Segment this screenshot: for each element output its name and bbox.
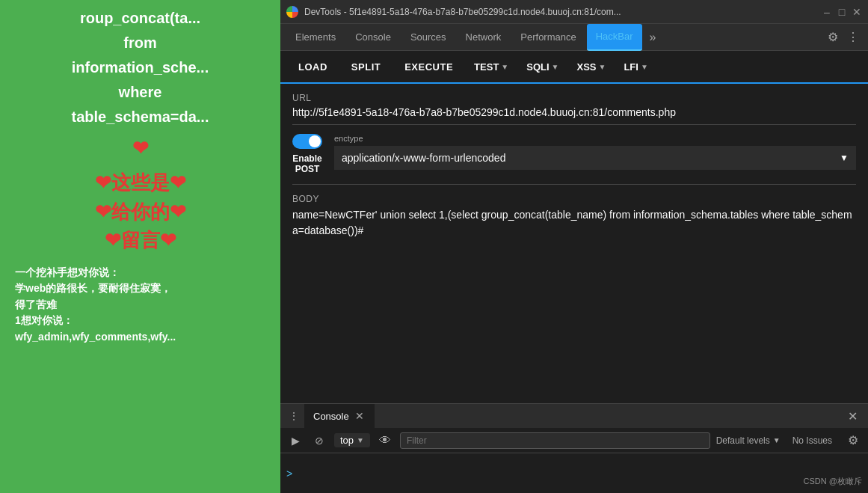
sql-text-1: roup_concat(ta... [11, 7, 269, 28]
body-label: Body [292, 194, 856, 204]
hackbar-main: URL http://5f1e4891-5a18-476a-b7a8-b7be0… [280, 84, 868, 403]
enctype-select-wrapper: application/x-www-form-urlencoded multip… [334, 146, 856, 170]
enctype-label: enctype [334, 134, 856, 143]
url-value[interactable]: http://5f1e4891-5a18-476a-b7a8-b7be05299… [292, 106, 856, 125]
xss-button[interactable]: XSS ▼ [569, 57, 613, 77]
top-arrow-icon: ▼ [357, 436, 364, 444]
tab-elements[interactable]: Elements [286, 24, 345, 51]
sqli-arrow-icon: ▼ [552, 63, 559, 71]
bottom-text-4: 1想对你说： [15, 313, 265, 328]
console-section: ⋮ Console ✕ ✕ ▶ ⊘ top ▼ 👁 Default levels… [280, 403, 868, 493]
console-tab-label: Console [313, 411, 349, 422]
post-label: POST [292, 164, 321, 174]
console-menu-icon[interactable]: ⋮ [286, 408, 301, 423]
hackbar-toolbar: LOAD SPLIT EXECUTE TEST ▼ SQLI ▼ XSS ▼ L… [280, 51, 868, 84]
console-close-button[interactable]: ✕ [843, 409, 862, 423]
console-tab[interactable]: Console ✕ [304, 404, 375, 428]
webpage-panel: roup_concat(ta... from information_sche.… [0, 0, 280, 493]
body-field-group: Body name=NewCTFer' union select 1,(sele… [292, 194, 856, 239]
maximize-button[interactable]: □ [837, 7, 847, 17]
console-content: > [280, 453, 868, 493]
more-tabs-button[interactable]: » [644, 31, 662, 44]
tab-performance[interactable]: Performance [511, 24, 585, 51]
minimize-button[interactable]: – [822, 7, 832, 17]
csdn-watermark: CSDN @枚瞰斥 [804, 476, 862, 487]
bottom-text-3: 得了苦难 [15, 298, 265, 313]
console-prompt[interactable]: > [286, 468, 292, 480]
top-dropdown[interactable]: top ▼ [334, 433, 370, 447]
title-bar-controls: – □ ✕ [822, 7, 862, 17]
bottom-text: 一个挖补手想对你说： 学web的路很长，要耐得住寂寞， 得了苦难 1想对你说： … [11, 266, 269, 345]
url-field-group: URL http://5f1e4891-5a18-476a-b7a8-b7be0… [292, 93, 856, 125]
default-levels-dropdown[interactable]: Default levels ▼ [716, 435, 781, 446]
tab-network[interactable]: Network [457, 24, 511, 51]
split-button[interactable]: SPLIT [341, 57, 391, 77]
tab-hackbar[interactable]: HackBar [587, 24, 642, 51]
hearts-label-1: ❤这些是❤ [11, 169, 269, 196]
console-tab-close-icon[interactable]: ✕ [354, 410, 366, 422]
devtools-kebab-icon[interactable]: ⋮ [844, 30, 862, 44]
bottom-text-5: wfy_admin,wfy_comments,wfy... [15, 330, 265, 345]
test-button[interactable]: TEST ▼ [467, 57, 516, 77]
enable-post-toggle-group: Enable POST [292, 134, 322, 175]
eye-icon[interactable]: 👁 [376, 432, 394, 450]
load-button[interactable]: LOAD [288, 57, 338, 77]
hearts-section: ❤ [11, 135, 269, 162]
title-bar-text: DevTools - 5f1e4891-5a18-476a-b7a8-b7be0… [304, 7, 816, 17]
webpage-content: roup_concat(ta... from information_sche.… [0, 0, 280, 354]
devtools-settings-icon[interactable]: ⚙ [823, 30, 843, 44]
execute-button[interactable]: EXECUTE [394, 57, 464, 77]
sql-text-3: information_sche... [11, 57, 269, 78]
body-value[interactable]: name=NewCTFer' union select 1,(select gr… [292, 207, 856, 239]
title-bar: DevTools - 5f1e4891-5a18-476a-b7a8-b7be0… [280, 0, 868, 24]
enable-post-row: Enable POST enctype application/x-www-fo… [292, 134, 856, 185]
xss-arrow-icon: ▼ [599, 63, 606, 71]
bottom-text-2: 学web的路很长，要耐得住寂寞， [15, 281, 265, 296]
hearts-label-3: ❤留言❤ [11, 227, 269, 254]
hearts-label-2: ❤给你的❤ [11, 198, 269, 225]
url-label: URL [292, 93, 856, 103]
console-settings-icon[interactable]: ⚙ [844, 432, 862, 450]
sql-text-2: from [11, 32, 269, 53]
default-levels-arrow-icon: ▼ [773, 436, 781, 444]
lfi-button[interactable]: LFI ▼ [616, 57, 655, 77]
console-execute-icon[interactable]: ▶ [286, 432, 304, 450]
sql-text-4: where [11, 82, 269, 102]
enctype-group: enctype application/x-www-form-urlencode… [334, 134, 856, 170]
close-button[interactable]: ✕ [852, 7, 862, 17]
no-issues-button[interactable]: No Issues [787, 434, 838, 447]
console-block-icon[interactable]: ⊘ [310, 432, 328, 450]
filter-input[interactable] [400, 432, 710, 449]
devtools-tabs-bar: Elements Console Sources Network Perform… [280, 24, 868, 51]
console-toolbar: ▶ ⊘ top ▼ 👁 Default levels ▼ No Issues ⚙ [280, 428, 868, 453]
enctype-select[interactable]: application/x-www-form-urlencoded multip… [334, 146, 856, 170]
devtools-panel: DevTools - 5f1e4891-5a18-476a-b7a8-b7be0… [280, 0, 868, 493]
lfi-arrow-icon: ▼ [641, 63, 648, 71]
top-label: top [340, 435, 354, 446]
enable-label: Enable [292, 153, 321, 164]
sqli-button[interactable]: SQLI ▼ [519, 57, 566, 77]
test-arrow-icon: ▼ [501, 63, 508, 71]
heart-single: ❤ [11, 135, 269, 162]
enable-post-toggle[interactable] [292, 134, 322, 149]
bottom-text-1: 一个挖补手想对你说： [15, 266, 265, 281]
sql-text-5: table_schema=da... [11, 106, 269, 127]
tab-sources[interactable]: Sources [401, 24, 455, 51]
console-tab-bar: ⋮ Console ✕ ✕ [280, 404, 868, 428]
tab-console[interactable]: Console [346, 24, 400, 51]
chrome-icon [286, 6, 298, 18]
default-levels-label: Default levels [716, 435, 770, 446]
